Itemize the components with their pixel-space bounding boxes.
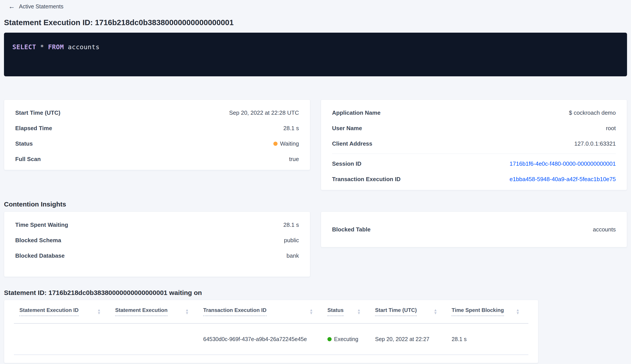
cell-statement-execution-id	[14, 324, 110, 355]
column-header-label: Statement Execution ID	[20, 307, 78, 316]
sort-icon[interactable]: ▲▼	[434, 309, 437, 314]
back-button[interactable]: ← Active Statements	[4, 2, 68, 10]
kv-label: Blocked Schema	[15, 237, 61, 244]
kv-row-time-spent-waiting: Time Spent Waiting 28.1 s	[15, 217, 299, 232]
kv-value: accounts	[593, 226, 616, 233]
kv-value: Sep 20, 2022 at 22:28 UTC	[229, 109, 299, 116]
back-button-label: Active Statements	[19, 3, 63, 10]
blocked-table-card: Blocked Table accounts	[321, 212, 627, 247]
session-card: Application Name $ cockroach demo User N…	[321, 100, 627, 190]
kv-label: Full Scan	[15, 156, 41, 162]
sort-icon[interactable]: ▲▼	[516, 309, 520, 314]
kv-value: true	[289, 156, 299, 162]
kv-label: Time Spent Waiting	[15, 221, 68, 228]
kv-row-full-scan: Full Scan true	[15, 151, 299, 167]
kv-label: Transaction Execution ID	[332, 176, 401, 183]
kv-label: Blocked Table	[332, 226, 370, 233]
kv-label: Status	[15, 140, 33, 147]
statement-execution-page: ← Active Statements Statement Execution …	[0, 0, 631, 363]
session-id-link[interactable]: 1716b1f6-4e0c-f480-0000-000000000001	[510, 160, 616, 167]
kv-label: Blocked Database	[15, 252, 65, 259]
table-header-row: Statement Execution ID ▲▼ Statement Exec…	[14, 300, 528, 324]
overview-card: Start Time (UTC) Sep 20, 2022 at 22:28 U…	[4, 100, 310, 170]
status-badge: Waiting	[273, 140, 299, 147]
kv-label: User Name	[332, 125, 362, 132]
column-header-label: Start Time (UTC)	[375, 307, 417, 316]
column-header-label: Transaction Execution ID	[203, 307, 266, 316]
kv-value: $ cockroach demo	[569, 109, 616, 116]
status-label: Executing	[334, 336, 358, 342]
card-divider	[332, 154, 616, 154]
kv-label: Session ID	[332, 160, 362, 167]
kv-row-transaction-execution-id: Transaction Execution ID e1bba458-5948-4…	[332, 172, 616, 187]
column-header-start-time[interactable]: Start Time (UTC) ▲▼	[370, 300, 446, 324]
contention-insights-heading: Contention Insights	[4, 200, 627, 208]
kv-value: bank	[286, 252, 299, 259]
sql-keyword-from: FROM	[48, 43, 64, 51]
column-header-time-spent-blocking[interactable]: Time Spent Blocking ▲▼	[446, 300, 528, 324]
sql-statement-box: SELECT * FROM accounts	[4, 33, 627, 76]
kv-row-status: Status Waiting	[15, 136, 299, 151]
page-title: Statement Execution ID: 1716b218dc0b3838…	[4, 18, 627, 27]
kv-label: Application Name	[332, 109, 380, 116]
kv-label: Client Address	[332, 140, 372, 147]
sort-icon[interactable]: ▲▼	[185, 309, 189, 314]
kv-row-client-address: Client Address 127.0.0.1:63321	[332, 136, 616, 151]
kv-label: Start Time (UTC)	[15, 109, 60, 116]
kv-row-blocked-database: Blocked Database bank	[15, 248, 299, 264]
contention-waiting-card: Time Spent Waiting 28.1 s Blocked Schema…	[4, 212, 310, 277]
kv-label: Elapsed Time	[15, 125, 52, 132]
column-header-label: Status	[328, 307, 344, 316]
cell-transaction-execution-id: 64530d0c-969f-437e-a9b4-26a72245e45e	[198, 324, 322, 355]
sort-icon[interactable]: ▲▼	[97, 309, 101, 314]
kv-row-application-name: Application Name $ cockroach demo	[332, 105, 616, 120]
cell-time-spent-blocking: 28.1 s	[446, 324, 528, 355]
column-header-label: Statement Execution	[115, 307, 168, 316]
kv-value: public	[284, 237, 299, 244]
status-waiting-dot-icon	[273, 142, 278, 146]
kv-value: 127.0.0.1:63321	[574, 140, 616, 147]
kv-row-start-time: Start Time (UTC) Sep 20, 2022 at 22:28 U…	[15, 105, 299, 120]
cell-statement-execution	[110, 324, 198, 355]
sort-icon[interactable]: ▲▼	[309, 309, 313, 314]
kv-value: root	[606, 125, 616, 132]
kv-row-user-name: User Name root	[332, 120, 616, 136]
column-header-label: Time Spent Blocking	[452, 307, 504, 316]
table-row: 64530d0c-969f-437e-a9b4-26a72245e45e Exe…	[14, 324, 528, 355]
kv-row-elapsed-time: Elapsed Time 28.1 s	[15, 120, 299, 136]
kv-row-session-id: Session ID 1716b1f6-4e0c-f480-0000-00000…	[332, 156, 616, 172]
column-header-statement-execution-id[interactable]: Statement Execution ID ▲▼	[14, 300, 110, 324]
cell-start-time: Sep 20, 2022 at 22:27	[370, 324, 446, 355]
status-executing-dot-icon	[328, 337, 332, 341]
waiting-on-heading: Statement ID: 1716b218dc0b38380000000000…	[4, 289, 627, 297]
sort-icon[interactable]: ▲▼	[357, 309, 361, 314]
waiting-on-table: Statement Execution ID ▲▼ Statement Exec…	[14, 300, 528, 355]
waiting-on-table-card: Statement Execution ID ▲▼ Statement Exec…	[4, 300, 538, 363]
column-header-statement-execution[interactable]: Statement Execution ▲▼	[110, 300, 198, 324]
kv-value: 28.1 s	[283, 125, 299, 132]
sql-text: accounts	[64, 43, 100, 51]
column-header-transaction-execution-id[interactable]: Transaction Execution ID ▲▼	[198, 300, 322, 324]
transaction-execution-id-link[interactable]: e1bba458-5948-40a9-a42f-5feac1b10e75	[510, 176, 616, 183]
arrow-left-icon: ←	[8, 3, 15, 10]
status-label: Waiting	[280, 140, 299, 147]
kv-value: 28.1 s	[283, 221, 299, 228]
sql-text: *	[36, 43, 48, 51]
sql-keyword-select: SELECT	[12, 43, 36, 51]
cell-status: Executing	[322, 324, 370, 355]
kv-row-blocked-schema: Blocked Schema public	[15, 232, 299, 248]
kv-row-blocked-table: Blocked Table accounts	[332, 222, 616, 237]
column-header-status[interactable]: Status ▲▼	[322, 300, 370, 324]
